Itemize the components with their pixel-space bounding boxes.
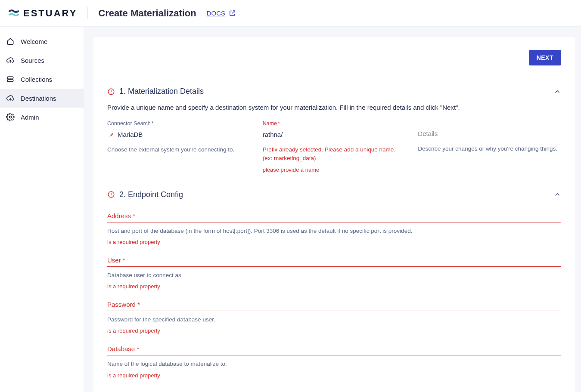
sidebar-nav: Welcome Sources Collections (0, 27, 84, 127)
svg-rect-0 (7, 77, 13, 79)
name-input-wrap[interactable] (263, 129, 406, 141)
home-icon (6, 37, 15, 46)
endpoint-field-address: Address Host and port of the database (i… (107, 212, 561, 245)
cloud-up-icon (6, 56, 15, 65)
endpoint-field-error: is a required property (107, 239, 561, 245)
docs-link[interactable]: DOCS (207, 9, 236, 17)
connector-search-input-wrap[interactable] (107, 129, 251, 141)
sidebar-item-label: Sources (21, 57, 44, 64)
endpoint-field-error: is a required property (107, 372, 561, 379)
main-content: NEXT 1. Materialization Details Provide … (84, 27, 581, 392)
sidebar: Welcome Sources Collections (0, 27, 84, 392)
endpoint-field-input[interactable] (107, 266, 561, 267)
endpoint-field-error: is a required property (107, 327, 561, 334)
endpoint-field-error: is a required property (107, 283, 561, 290)
name-error: please provide a name (263, 167, 406, 173)
error-icon (107, 191, 115, 198)
field-connector-search: Connector Search Choose the external sys… (107, 120, 251, 173)
docs-link-label: DOCS (207, 9, 225, 17)
svg-point-9 (111, 195, 112, 196)
section2-header[interactable]: 2. Endpoint Config (107, 190, 561, 199)
next-button[interactable]: NEXT (529, 50, 561, 65)
endpoint-field-helper: Database user to connect as. (107, 271, 561, 280)
endpoint-field-database: Database Name of the logical database to… (107, 345, 561, 378)
svg-rect-1 (7, 80, 13, 82)
section-materialization-details: 1. Materialization Details Provide a uni… (107, 87, 561, 173)
endpoint-field-label: Password (107, 301, 561, 308)
brand-logo: ESTUARY (9, 8, 77, 19)
cloud-down-icon (6, 94, 15, 102)
name-helper: Prefix already selected. Please add a un… (263, 145, 406, 163)
endpoint-field-label: User (107, 256, 561, 264)
section1-description: Provide a unique name and specify a dest… (107, 104, 561, 111)
section1-header[interactable]: 1. Materialization Details (107, 87, 561, 96)
details-helper: Describe your changes or why you're chan… (418, 145, 561, 153)
sidebar-item-collections[interactable]: Collections (0, 70, 84, 89)
name-input[interactable] (263, 131, 406, 138)
brand-name: ESTUARY (23, 8, 77, 19)
sidebar-item-label: Welcome (21, 38, 47, 45)
topbar: ESTUARY Create Materialization DOCS (0, 0, 581, 27)
svg-point-2 (9, 116, 12, 118)
details-input[interactable] (418, 130, 561, 137)
error-icon (107, 88, 115, 96)
sidebar-item-label: Destinations (21, 95, 56, 102)
endpoint-field-input[interactable] (107, 355, 561, 355)
connector-search-label: Connector Search (107, 120, 251, 127)
sidebar-item-destinations[interactable]: Destinations (0, 89, 84, 108)
sidebar-item-label: Collections (21, 76, 52, 83)
mariadb-icon (107, 131, 114, 138)
brand-mark-icon (9, 8, 19, 19)
section2-title: 2. Endpoint Config (119, 190, 549, 199)
sidebar-item-label: Admin (21, 114, 39, 121)
endpoint-field-input[interactable] (107, 222, 561, 222)
section1-title: 1. Materialization Details (119, 87, 549, 96)
chevron-up-icon (553, 191, 561, 198)
sidebar-item-sources[interactable]: Sources (0, 51, 84, 70)
external-link-icon (229, 9, 236, 17)
field-details: Describe your changes or why you're chan… (418, 120, 561, 173)
section-endpoint-config: 2. Endpoint Config Address Host and port… (107, 190, 561, 379)
connector-search-input[interactable] (118, 131, 251, 138)
endpoint-field-helper: Password for the specified database user… (107, 315, 561, 324)
chevron-up-icon (553, 88, 561, 96)
database-icon (6, 75, 15, 83)
sidebar-item-welcome[interactable]: Welcome (0, 32, 84, 51)
endpoint-field-input[interactable] (107, 311, 561, 311)
page-title: Create Materialization (98, 8, 196, 19)
endpoint-field-helper: Host and port of the database (in the fo… (107, 227, 561, 235)
details-input-wrap[interactable] (418, 128, 561, 140)
endpoint-field-user: User Database user to connect as. is a r… (107, 256, 561, 290)
endpoint-field-helper: Name of the logical database to material… (107, 360, 561, 368)
endpoint-field-label: Database (107, 345, 561, 352)
name-label: Name (263, 120, 406, 127)
gear-icon (6, 113, 15, 121)
field-name: Name Prefix already selected. Please add… (263, 120, 406, 173)
endpoint-field-label: Address (107, 212, 561, 219)
sidebar-item-admin[interactable]: Admin (0, 108, 84, 127)
endpoint-fields: Address Host and port of the database (i… (107, 212, 561, 379)
endpoint-field-password: Password Password for the specified data… (107, 301, 561, 334)
form-card: NEXT 1. Materialization Details Provide … (93, 37, 575, 392)
connector-search-helper: Choose the external system you're connec… (107, 145, 251, 154)
svg-point-6 (111, 93, 112, 93)
divider (87, 7, 88, 19)
